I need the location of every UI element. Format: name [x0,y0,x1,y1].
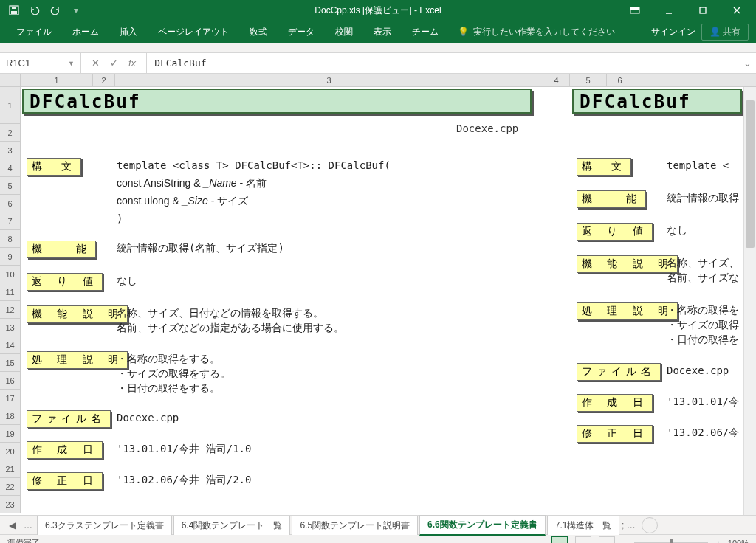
label-syntax2: 構 文 [577,158,631,176]
row-header[interactable]: 19 [0,425,20,443]
expand-formula-icon[interactable]: ⌄ [738,58,756,69]
sheet-tab[interactable]: 6.4関数テンプレート一覧 [173,516,291,535]
chevron-down-icon[interactable]: ▼ [68,60,75,67]
qat-customize-icon[interactable]: ▾ [68,2,84,18]
row-header[interactable]: 6 [0,195,20,212]
row-header[interactable]: 5 [0,177,20,195]
row-header[interactable]: 7 [0,212,20,230]
minimize-icon[interactable] [653,0,685,21]
procdesc2-line: ・名称の取得を [667,304,739,317]
label-procdesc: 処 理 説 明 [27,351,128,369]
row-header[interactable]: 11 [0,283,20,301]
row-header[interactable]: 4 [0,159,20,177]
ribbon-body [0,43,756,53]
tab-formulas[interactable]: 数式 [241,21,276,43]
row-header[interactable]: 22 [0,478,20,496]
save-icon[interactable] [6,2,22,18]
row-header[interactable]: 8 [0,230,20,248]
column-headers: 1 2 3 4 5 6 [0,74,756,87]
formula-input[interactable]: DFCalcBuf [147,58,738,69]
ribbon-display-icon[interactable] [619,0,651,21]
sheet-tabs: ◀ … 6.3クラステンプレート定義書 6.4関数テンプレート一覧 6.5関数テ… [0,515,756,534]
col-header[interactable]: 6 [607,74,633,86]
row-header[interactable]: 20 [0,443,20,460]
zoom-slider-handle[interactable] [670,539,673,544]
cancel-icon[interactable]: ✕ [92,58,100,69]
redo-icon[interactable] [47,2,63,18]
scrollbar-thumb[interactable] [746,100,755,248]
share-button[interactable]: 👤 共有 [701,24,749,41]
row-header[interactable]: 2 [0,124,20,142]
view-normal-icon[interactable] [551,536,568,544]
col-header[interactable]: 2 [93,74,115,86]
row-header[interactable]: 9 [0,248,20,266]
tab-pagelayout[interactable]: ページレイアウト [149,21,238,43]
row-header[interactable]: 13 [0,319,20,336]
pane-left: DFCalcBuf Docexe.cpp 構 文 template <class… [21,87,545,515]
row-header[interactable]: 21 [0,460,20,478]
row-header[interactable]: 10 [0,266,20,283]
tell-me-text: 実行したい作業を入力してください [473,26,615,38]
row-header[interactable]: 18 [0,407,20,425]
svg-rect-6 [700,7,706,13]
sheet-tab[interactable]: 6.3クラステンプレート定義書 [37,516,172,535]
tab-review[interactable]: 校閲 [326,21,362,43]
tab-home[interactable]: ホーム [63,21,108,43]
maximize-icon[interactable] [687,0,719,21]
col-header[interactable]: 4 [543,74,570,86]
procdesc-line: ・サイズの取得をする。 [117,367,230,381]
formula-bar: R1C1 ▼ ✕ ✓ fx DFCalcBuf ⌄ [0,53,756,74]
funcdesc2-line: 名前、サイズな [667,272,739,285]
tab-team[interactable]: チーム [403,21,447,43]
label-funcdesc: 機 能 説 明 [27,305,128,323]
name-box[interactable]: R1C1 ▼ [0,53,81,73]
row-header[interactable]: 17 [0,390,20,407]
col-header[interactable]: 5 [570,74,607,86]
row-header[interactable]: 15 [0,354,20,372]
row-header[interactable]: 16 [0,372,20,390]
zoom-level[interactable]: 100% [728,539,749,544]
tab-view[interactable]: 表示 [365,21,400,43]
tab-data[interactable]: データ [279,21,323,43]
col-header[interactable]: 1 [21,74,93,86]
label-filename2: ファイル名 [577,363,661,381]
label-function: 機 能 [27,241,96,258]
filename-text: Docexe.cpp [117,412,179,423]
tab-nav-trail[interactable]: ; … [621,520,636,530]
confirm-icon[interactable]: ✓ [110,58,118,69]
function2-text: 統計情報の取得 [667,192,739,205]
close-icon[interactable] [721,0,753,21]
syntax2-text: template < [667,159,729,171]
created-text: '13.01.01/今井 浩司/1.0 [117,443,251,456]
undo-icon[interactable] [27,2,43,18]
row-header[interactable]: 23 [0,496,20,513]
tab-insert[interactable]: 挿入 [111,21,146,43]
pane-right: DFCalcBuf 構 文 template < 機 能 統計情報の取得 返 り… [571,87,756,515]
tell-me[interactable]: 💡 実行したい作業を入力してください [458,26,615,38]
row-header[interactable]: 3 [0,142,20,159]
row-header[interactable]: 14 [0,336,20,354]
sheet-tab[interactable]: 6.5関数テンプレート説明書 [292,516,418,535]
signin-link[interactable]: サインイン [651,26,695,38]
view-pagebreak-icon[interactable] [599,536,615,544]
vertical-scrollbar[interactable] [743,87,756,515]
row-header[interactable]: 12 [0,301,20,319]
procdesc-line: ・名称の取得をする。 [117,353,220,366]
zoom-in-button[interactable]: + [715,539,720,544]
tab-nav-more[interactable]: … [21,520,35,530]
cells-area[interactable]: DFCalcBuf Docexe.cpp 構 文 template <class… [21,87,756,515]
select-all-corner[interactable] [0,74,21,86]
add-sheet-button[interactable]: + [642,517,658,533]
col-header[interactable]: 3 [115,74,543,86]
sheet-tab-active[interactable]: 6.6関数テンプレート定義書 [419,515,546,536]
fx-icon[interactable]: fx [128,58,136,69]
row-header[interactable]: 1 [0,87,20,124]
zoom-out-button[interactable]: − [622,539,627,544]
tab-nav-first[interactable]: ◀ [4,520,19,530]
src-file: Docexe.cpp [456,122,518,134]
syntax-line: const ulong & _Size - サイズ [117,195,248,208]
tab-file[interactable]: ファイル [7,21,61,43]
funcdesc2-line: 名称、サイズ、 [667,257,739,270]
view-pagelayout-icon[interactable] [575,536,591,544]
sheet-tab[interactable]: 7.1構造体一覧 [547,516,620,535]
